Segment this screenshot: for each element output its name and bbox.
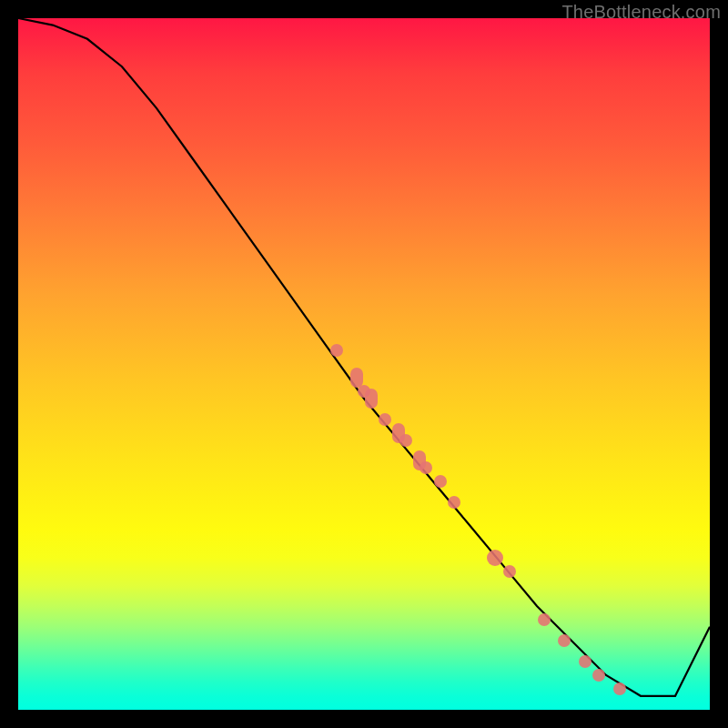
curve-path: [18, 18, 710, 696]
data-point-marker: [503, 565, 516, 578]
data-point-marker: [379, 413, 391, 426]
plot-area: [18, 18, 710, 710]
data-point-marker: [330, 344, 343, 357]
curve-layer: [18, 18, 710, 710]
data-point-marker: [434, 475, 447, 488]
chart-frame: TheBottleneck.com: [0, 0, 728, 728]
data-point-marker: [448, 496, 460, 509]
data-point-marker: [365, 389, 378, 409]
data-point-marker: [579, 655, 592, 668]
data-point-marker: [399, 434, 412, 447]
watermark-text: TheBottleneck.com: [561, 2, 721, 23]
data-point-marker: [538, 613, 551, 626]
